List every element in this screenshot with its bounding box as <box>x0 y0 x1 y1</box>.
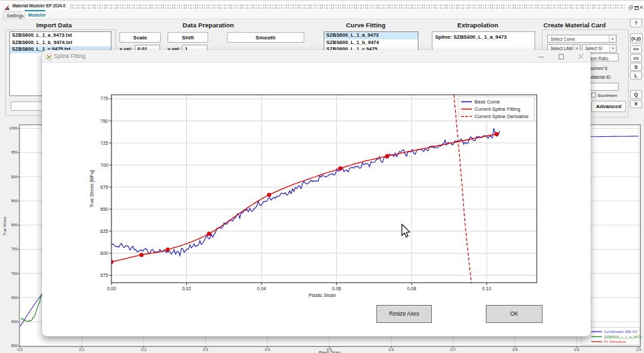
svg-text:850: 850 <box>11 199 17 203</box>
svg-text:0.4: 0.4 <box>265 348 270 352</box>
svg-text:600: 600 <box>100 251 108 256</box>
svg-text:575: 575 <box>100 273 108 278</box>
svg-text:650: 650 <box>100 207 108 212</box>
svg-text:0.06: 0.06 <box>332 286 342 291</box>
svg-text:Current Spline Fitting: Current Spline Fitting <box>474 106 521 112</box>
svg-text:Current Spline Derivative: Current Spline Derivative <box>474 113 529 119</box>
svg-text:Plastic Strain: Plastic Strain <box>319 350 341 353</box>
svg-text:800: 800 <box>11 223 17 227</box>
svg-text:True Stress [MPa]: True Stress [MPa] <box>89 170 95 208</box>
svg-text:True Stress: True Stress <box>3 216 7 236</box>
svg-text:Plastic Strain: Plastic Strain <box>309 293 336 298</box>
svg-text:700: 700 <box>11 272 17 276</box>
svg-text:Base Curve: Base Curve <box>474 99 500 105</box>
svg-text:900: 900 <box>11 175 17 179</box>
svg-text:0.00: 0.00 <box>107 286 116 291</box>
svg-text:0.3: 0.3 <box>203 348 208 352</box>
svg-text:775: 775 <box>100 96 108 101</box>
svg-text:550: 550 <box>11 344 17 348</box>
svg-text:0.8: 0.8 <box>513 348 518 352</box>
svg-text:1.0: 1.0 <box>636 348 641 352</box>
svg-text:0.1: 0.1 <box>79 348 85 352</box>
svg-text:0.10: 0.10 <box>482 286 491 291</box>
svg-text:Fit: Derivative: Fit: Derivative <box>604 340 626 344</box>
svg-text:750: 750 <box>100 119 108 123</box>
svg-text:SZBS600_L_1_a_9473: SZBS600_L_1_a_9473 <box>604 335 641 339</box>
svg-text:Combination SW-VO: Combination SW-VO <box>604 330 637 334</box>
svg-text:650: 650 <box>11 296 17 300</box>
svg-text:0.08: 0.08 <box>407 286 416 291</box>
svg-text:950: 950 <box>11 150 17 154</box>
svg-text:0.0: 0.0 <box>17 348 23 352</box>
svg-text:1000: 1000 <box>9 126 17 130</box>
svg-text:625: 625 <box>100 229 108 234</box>
svg-text:0.7: 0.7 <box>450 348 456 352</box>
svg-text:0.04: 0.04 <box>257 286 266 291</box>
svg-text:0.6: 0.6 <box>388 348 394 352</box>
svg-text:0.2: 0.2 <box>141 348 147 352</box>
svg-text:725: 725 <box>100 141 108 145</box>
svg-text:675: 675 <box>100 185 108 190</box>
svg-text:750: 750 <box>11 247 17 251</box>
svg-text:700: 700 <box>100 163 108 167</box>
svg-text:0.02: 0.02 <box>182 286 192 291</box>
svg-text:0.9: 0.9 <box>574 348 579 352</box>
svg-text:600: 600 <box>11 320 17 324</box>
